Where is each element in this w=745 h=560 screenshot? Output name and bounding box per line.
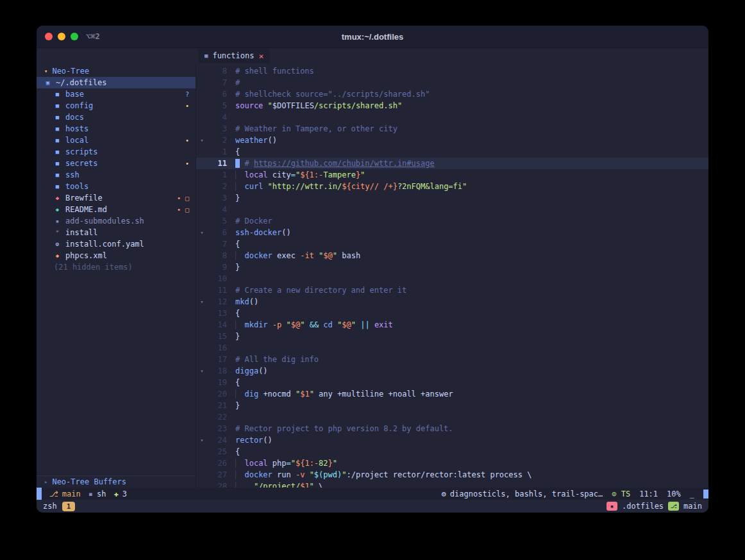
code-line[interactable]: 11 # https://github.com/chubin/wttr.in#u… [196,158,708,169]
tab-functions[interactable]: ■ functions × [198,48,270,63]
git-status-badge: • [177,195,181,202]
code-line[interactable]: 20▏ dig +nocmd "$1" any +multiline +noal… [196,388,708,400]
code-line[interactable]: 2▏ curl "http://wttr.in/${city// /+}?2nF… [196,181,708,192]
minimize-window-button[interactable] [58,33,65,40]
code-line[interactable]: 17# All the dig info [196,354,708,365]
code-text: ▏ local city="${1:-Tampere}" [235,169,708,181]
code-line[interactable]: ▾2weather() [196,135,708,146]
code-line[interactable]: 27▏ docker run -v "$(pwd)":/project rect… [196,469,708,481]
code-line[interactable]: 5source "$DOTFILES/scripts/shared.sh" [196,100,708,111]
code-line[interactable]: 6# shellcheck source="../scripts/shared.… [196,88,708,100]
fold-chevron-icon[interactable]: ▾ [196,434,208,446]
code-text: { [235,238,708,250]
fold-column [196,238,208,250]
fold-chevron-icon[interactable]: ▾ [196,227,208,238]
fold-column [196,377,208,388]
tree-file-readme[interactable]: ◆README.md•□ [37,204,196,215]
tree-folder-base[interactable]: ■base? [37,88,196,100]
code-line[interactable]: 16 [196,342,708,354]
tree-file-add-submodules[interactable]: ▪add-submodules.sh [37,215,196,227]
code-line[interactable]: 14▏ mkdir -p "$@" && cd "$@" || exit [196,319,708,331]
close-window-button[interactable] [45,33,53,40]
tree-file-install[interactable]: *install [37,227,196,238]
tmux-directory-label: .dotfiles [622,502,664,511]
tree-folder-local[interactable]: ■local• [37,135,196,146]
code-line[interactable]: 3} [196,192,708,204]
code-line[interactable]: 13{ [196,308,708,319]
tree-folder-hosts[interactable]: ■hosts [37,123,196,135]
diff-added-icon: ✚ [113,490,118,498]
fold-chevron-icon[interactable]: ▾ [196,365,208,377]
cursor-position: 11:1 [639,490,658,498]
code-line[interactable]: 10 [196,273,708,284]
code-line[interactable]: 11# Create a new directory and enter it [196,284,708,296]
line-number: 5 [208,215,227,227]
tab-close-icon[interactable]: × [258,51,264,61]
code-text: { [235,146,708,158]
tree-folder-config[interactable]: ■config• [37,100,196,111]
fold-chevron-icon[interactable]: ▾ [196,135,208,146]
code-line[interactable]: ▾6ssh-docker() [196,227,708,238]
tree-root-dotfiles[interactable]: ▣~/.dotfiles [37,77,196,88]
tree-folder-docs[interactable]: ■docs [37,111,196,123]
tree-folder-tools[interactable]: ■tools [37,181,196,192]
neotree-buffers-section[interactable]: ▸ Neo-Tree Buffers [37,476,196,488]
tree-folder-secrets[interactable]: ■secrets• [37,158,196,169]
line-number: 13 [208,308,227,319]
tree-folder-ssh[interactable]: ■ssh [37,169,196,181]
code-line[interactable]: 25{ [196,446,708,457]
zoom-window-button[interactable] [71,33,78,40]
fold-column [196,308,208,319]
code-line[interactable]: 4 [196,111,708,123]
code-line[interactable]: 9} [196,261,708,273]
right-indicator-block [703,490,708,498]
fold-column [196,111,208,123]
code-line[interactable]: 26▏ local php="${1:-82}" [196,457,708,469]
code-line[interactable]: 1{ [196,146,708,158]
code-line[interactable]: 7# [196,77,708,88]
line-number: 11 [208,284,227,296]
tmux-right-status: ▪ .dotfiles ⎇ main [607,502,702,511]
tree-file-install-conf[interactable]: ⚙install.conf.yaml [37,238,196,250]
code-line[interactable]: 7{ [196,238,708,250]
code-line[interactable]: 5# Docker [196,215,708,227]
filetype-name: sh [97,490,106,498]
neotree-sidebar: ▾ Neo-Tree ▣~/.dotfiles■base?■config•■do… [37,63,196,488]
code-line[interactable]: ▾18digga() [196,365,708,377]
code-text: } [235,400,708,411]
git-status-badges: • [185,137,189,144]
code-line[interactable]: 28▏ "/project/$1" \ [196,481,708,488]
tmux-window-name[interactable]: zsh [43,502,57,511]
code-line[interactable]: 21} [196,400,708,411]
tree-file-brewfile[interactable]: ◆Brewfile•□ [37,192,196,204]
line-number: 22 [208,411,227,423]
tree-file-phpcs[interactable]: ◆phpcs.xml [37,250,196,261]
code-line[interactable]: 4 [196,204,708,215]
code-line[interactable]: ▾24rector() [196,434,708,446]
line-number: 1 [208,146,227,158]
fold-chevron-icon[interactable]: ▾ [196,296,208,308]
code-line[interactable]: 3# Weather in Tampere, or other city [196,123,708,135]
code-line[interactable]: 23# Rector project to php version 8.2 by… [196,423,708,434]
tree-folder-scripts[interactable]: ■scripts [37,146,196,158]
line-number: 2 [208,181,227,192]
neotree-header: ▾ Neo-Tree [37,65,196,77]
tree-item-label: install [65,228,98,237]
fold-column [196,469,208,481]
code-line[interactable]: 19{ [196,377,708,388]
fold-column [196,388,208,400]
code-line[interactable]: 15} [196,331,708,342]
code-text: # [235,77,708,88]
editor-buffer[interactable]: 8# shell functions 7# 6# shellcheck sour… [196,63,708,488]
folder-icon: ■ [54,126,61,132]
code-text: { [235,377,708,388]
code-line[interactable]: ▾12mkd() [196,296,708,308]
code-line[interactable]: 8# shell functions [196,65,708,77]
code-text: source "$DOTFILES/scripts/shared.sh" [235,100,708,111]
line-number: 27 [208,469,227,481]
tmux-window-index-badge[interactable]: 1 [62,502,76,511]
code-line[interactable]: 1▏ local city="${1:-Tampere}" [196,169,708,181]
code-line[interactable]: 8▏ docker exec -it "$@" bash [196,250,708,261]
code-line[interactable]: 22 [196,411,708,423]
fold-column [196,88,208,100]
